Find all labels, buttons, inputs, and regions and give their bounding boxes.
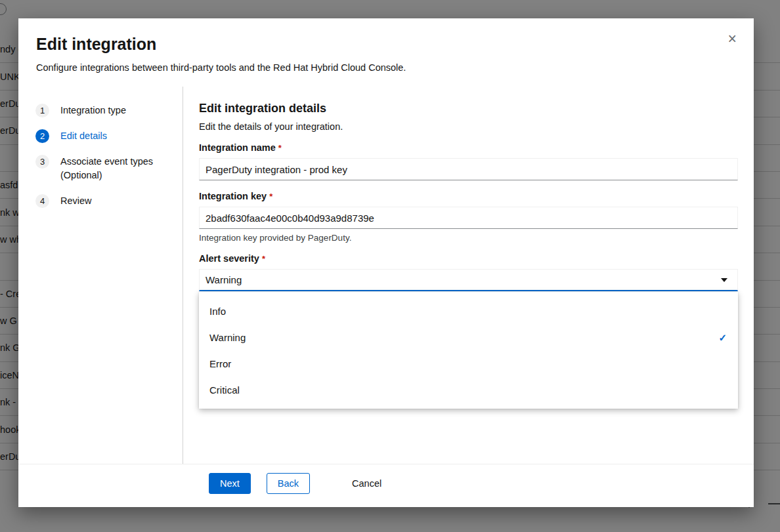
wizard-step-review[interactable]: 4 Review	[18, 188, 183, 214]
wizard-step-edit-details[interactable]: 2 Edit details	[18, 123, 183, 149]
required-asterisk: *	[269, 192, 272, 201]
step-label: Integration type	[60, 104, 126, 117]
step-label: Edit details	[60, 129, 107, 143]
caret-down-icon	[721, 278, 727, 282]
alert-severity-label: Alert severity*	[199, 253, 265, 264]
option-label: Info	[209, 306, 226, 317]
alert-severity-toggle[interactable]: Warning	[199, 269, 738, 291]
selected-value: Warning	[206, 274, 242, 285]
modal-description: Configure integrations between third-par…	[36, 62, 712, 73]
label-text: Integration key	[199, 191, 267, 201]
wizard-step-associate-event-types[interactable]: 3 Associate event types (Optional)	[18, 149, 183, 188]
step-number-badge: 1	[35, 104, 49, 117]
panel-title: Edit integration details	[199, 101, 738, 116]
alert-severity-select: Warning Info Warning ✓ Error	[199, 269, 738, 291]
integration-key-helper: Integration key provided by PagerDuty.	[199, 233, 738, 243]
alert-severity-menu: Info Warning ✓ Error Critical	[199, 292, 738, 409]
step-label: Review	[60, 194, 92, 208]
severity-option-critical[interactable]: Critical	[199, 377, 738, 403]
label-text: Alert severity	[199, 253, 259, 264]
integration-key-input[interactable]	[199, 207, 738, 229]
step-number-badge: 2	[35, 129, 49, 143]
modal-title: Edit integration	[36, 34, 712, 54]
step-number-badge: 3	[35, 155, 49, 169]
step-number-badge: 4	[35, 194, 49, 208]
check-icon: ✓	[718, 333, 727, 342]
cancel-button[interactable]: Cancel	[341, 474, 392, 494]
required-asterisk: *	[262, 254, 265, 264]
severity-option-error[interactable]: Error	[199, 350, 738, 377]
integration-name-label: Integration name*	[199, 142, 282, 153]
edit-integration-modal: Edit integration Configure integrations …	[18, 18, 754, 507]
edit-details-panel: Edit integration details Edit the detail…	[183, 87, 754, 464]
integration-name-group: Integration name*	[199, 142, 738, 180]
step-label: Associate event types (Optional)	[60, 155, 167, 182]
wizard-nav: 1 Integration type 2 Edit details 3 Asso…	[18, 87, 183, 464]
close-icon[interactable]: ×	[728, 31, 737, 47]
option-label: Error	[209, 358, 231, 369]
severity-option-info[interactable]: Info	[199, 298, 738, 324]
wizard-step-integration-type[interactable]: 1 Integration type	[18, 98, 183, 123]
option-label: Critical	[209, 384, 240, 396]
modal-body: 1 Integration type 2 Edit details 3 Asso…	[18, 87, 754, 464]
next-button[interactable]: Next	[209, 473, 251, 495]
alert-severity-group: Alert severity* Warning Info Warning ✓	[199, 253, 738, 291]
label-text: Integration name	[199, 142, 276, 153]
panel-subtitle: Edit the details of your integration.	[199, 121, 738, 132]
severity-option-warning[interactable]: Warning ✓	[199, 324, 738, 350]
required-asterisk: *	[278, 143, 282, 153]
modal-header: Edit integration Configure integrations …	[18, 18, 754, 87]
integration-name-input[interactable]	[199, 158, 738, 180]
option-label: Warning	[209, 332, 246, 343]
back-button[interactable]: Back	[267, 473, 310, 495]
wizard-footer: Next Back Cancel	[18, 464, 754, 508]
integration-key-group: Integration key* Integration key provide…	[199, 190, 738, 243]
integration-key-label: Integration key*	[199, 191, 272, 201]
